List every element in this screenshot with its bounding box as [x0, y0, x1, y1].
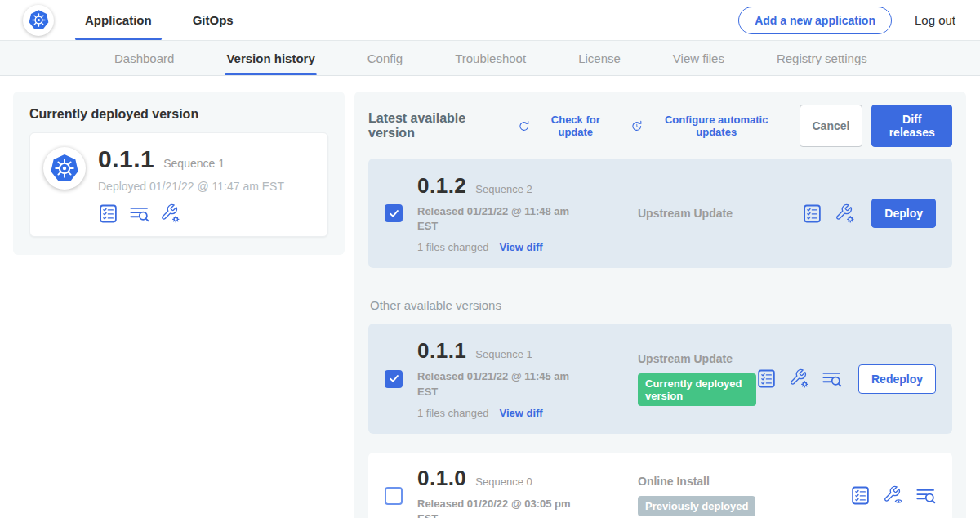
tab-registry-settings[interactable]: Registry settings	[777, 41, 867, 75]
tab-config[interactable]: Config	[368, 41, 403, 75]
tab-dashboard[interactable]: Dashboard	[114, 41, 174, 75]
other-versions-title: Other available versions	[370, 298, 951, 312]
available-versions-panel: Latest available version Check for updat…	[354, 92, 966, 518]
deployed-action-icons	[98, 203, 284, 224]
tab-view-files[interactable]: View files	[673, 41, 724, 75]
currently-deployed-badge: Currently deployed version	[638, 373, 756, 406]
checklist-icon[interactable]	[756, 368, 777, 389]
kubernetes-app-icon	[43, 147, 86, 190]
logs-icon[interactable]	[822, 368, 842, 389]
logs-icon[interactable]	[915, 485, 936, 506]
available-panel-header: Latest available version Check for updat…	[368, 105, 952, 147]
schedule-icon	[630, 119, 644, 133]
source-label: Upstream Update	[638, 207, 802, 220]
version-actions	[850, 485, 936, 506]
wrench-eye-icon[interactable]	[883, 485, 903, 506]
version-source: Upstream Update Currently deployed versi…	[595, 352, 756, 406]
checklist-icon[interactable]	[98, 203, 118, 224]
view-diff-link[interactable]: View diff	[499, 241, 542, 253]
tab-version-history[interactable]: Version history	[226, 41, 314, 75]
configure-automatic-updates-link[interactable]: Configure automatic updates	[630, 114, 783, 138]
header-buttons: Cancel Diff releases	[800, 105, 953, 147]
version-info: 0.1.0 Sequence 0 Released 01/20/22 @ 03:…	[417, 466, 595, 518]
tab-application[interactable]: Application	[82, 0, 155, 40]
checklist-icon[interactable]	[802, 203, 822, 224]
refresh-icon	[518, 119, 531, 133]
version-row: 0.1.0 Sequence 0 Released 01/20/22 @ 03:…	[368, 453, 952, 518]
deployed-version-number: 0.1.1	[98, 145, 154, 173]
kubernetes-logo	[23, 5, 54, 36]
wrench-gear-icon[interactable]	[789, 368, 809, 389]
sequence-label: Sequence 1	[475, 348, 532, 360]
deployed-timestamp: Deployed 01/21/22 @ 11:47 am EST	[98, 180, 284, 193]
deploy-button[interactable]: Deploy	[871, 199, 936, 228]
wrench-gear-icon[interactable]	[835, 203, 855, 224]
version-checkbox[interactable]	[385, 370, 403, 388]
source-label: Online Install	[638, 475, 850, 488]
logout-link[interactable]: Log out	[915, 13, 956, 27]
view-diff-link[interactable]: View diff	[499, 407, 542, 419]
deployed-sequence-label: Sequence 1	[163, 157, 225, 170]
sequence-label: Sequence 2	[475, 183, 532, 195]
version-actions: Deploy	[802, 199, 936, 228]
checklist-icon[interactable]	[850, 485, 871, 506]
add-application-button[interactable]: Add a new application	[738, 7, 892, 34]
diff-releases-button[interactable]: Diff releases	[871, 105, 952, 147]
source-label: Upstream Update	[638, 352, 756, 365]
tab-troubleshoot[interactable]: Troubleshoot	[455, 41, 526, 75]
tab-gitops[interactable]: GitOps	[189, 0, 237, 40]
top-nav-right: Add a new application Log out	[738, 7, 956, 34]
version-row: 0.1.1 Sequence 1 Released 01/21/22 @ 11:…	[368, 324, 952, 433]
version-checkbox[interactable]	[385, 487, 403, 505]
released-timestamp: Released 01/21/22 @ 11:45 am EST	[417, 369, 572, 399]
files-changed-label: 1 files changed	[417, 407, 488, 419]
tab-license[interactable]: License	[578, 41, 621, 75]
top-nav: Application GitOps Add a new application…	[0, 0, 980, 40]
deployed-panel-title: Currently deployed version	[29, 107, 328, 122]
version-row: 0.1.2 Sequence 2 Released 01/21/22 @ 11:…	[368, 159, 952, 268]
version-source: Online Install Previously deployed	[595, 475, 850, 516]
deployed-version-info: 0.1.1 Sequence 1 Deployed 01/21/22 @ 11:…	[98, 145, 284, 224]
previously-deployed-badge: Previously deployed	[638, 496, 755, 516]
wrench-gear-icon[interactable]	[160, 203, 180, 224]
version-number: 0.1.0	[417, 466, 466, 491]
released-timestamp: Released 01/20/22 @ 03:05 pm EST	[417, 497, 572, 518]
logs-icon[interactable]	[129, 203, 149, 224]
files-changed-label: 1 files changed	[417, 241, 488, 253]
version-info: 0.1.1 Sequence 1 Released 01/21/22 @ 11:…	[417, 338, 595, 418]
version-info: 0.1.2 Sequence 2 Released 01/21/22 @ 11:…	[417, 173, 595, 253]
deployed-version-card: 0.1.1 Sequence 1 Deployed 01/21/22 @ 11:…	[29, 132, 328, 237]
released-timestamp: Released 01/21/22 @ 11:48 am EST	[417, 204, 572, 234]
version-number: 0.1.1	[417, 338, 466, 364]
version-number: 0.1.2	[417, 173, 466, 199]
version-source: Upstream Update	[595, 207, 802, 220]
version-checkbox[interactable]	[385, 204, 403, 222]
sequence-label: Sequence 0	[475, 476, 532, 488]
cancel-button[interactable]: Cancel	[800, 105, 863, 147]
app-nav-tabs: Application GitOps	[82, 0, 237, 40]
available-panel-title: Latest available version	[368, 111, 504, 141]
redeploy-button[interactable]: Redeploy	[858, 364, 936, 394]
main-content: Currently deployed version 0.1.1 Sequenc…	[0, 76, 980, 518]
version-actions: Redeploy	[756, 364, 936, 394]
check-for-update-link[interactable]: Check for update	[518, 114, 616, 138]
currently-deployed-panel: Currently deployed version 0.1.1 Sequenc…	[13, 92, 345, 255]
app-sub-nav: Dashboard Version history Config Trouble…	[0, 40, 980, 76]
